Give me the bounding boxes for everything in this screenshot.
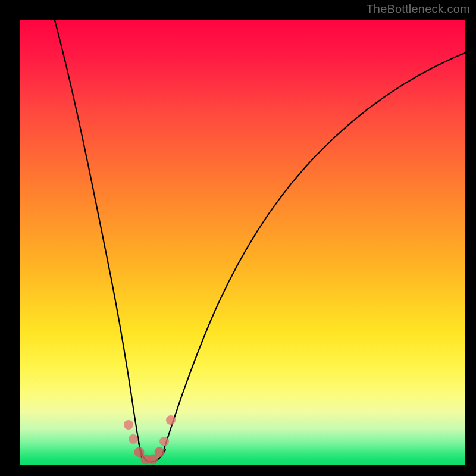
curve-right-branch [162,53,465,456]
curve-left-branch [55,20,142,458]
marker-dot [159,437,169,446]
marker-dot [166,415,176,425]
chart-frame: TheBottleneck.com [0,0,476,476]
marker-dot [155,447,165,458]
plot-area [20,20,465,465]
marker-dot [124,420,133,430]
watermark-text: TheBottleneck.com [366,2,470,16]
curve-layer [20,20,465,465]
marker-dot [129,434,138,444]
